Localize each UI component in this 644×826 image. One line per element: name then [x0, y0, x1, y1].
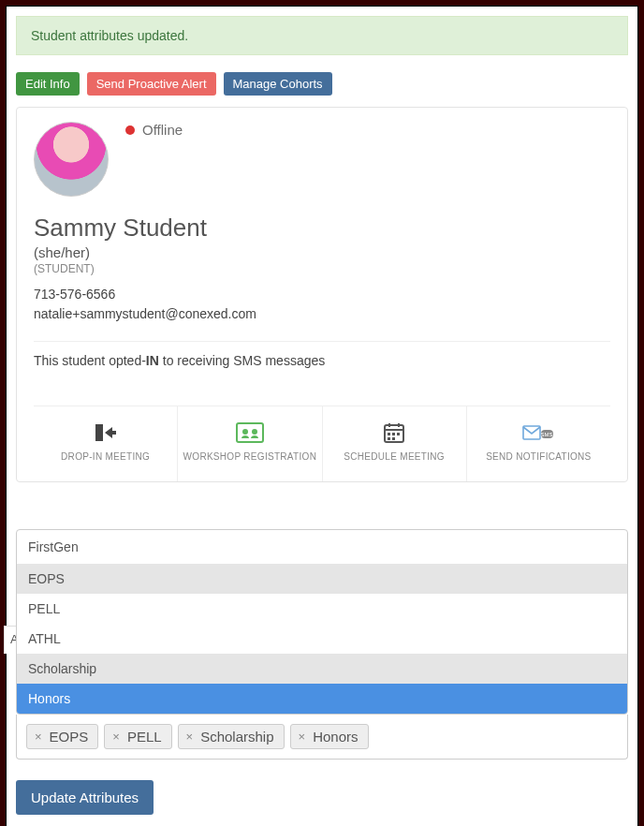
dropdown-option-eops[interactable]: EOPS [17, 564, 627, 594]
tag-eops: ×EOPS [26, 724, 98, 749]
student-name: Sammy Student [34, 214, 610, 243]
remove-tag-icon[interactable]: × [183, 730, 198, 744]
action-button-row: Edit Info Send Proactive Alert Manage Co… [16, 72, 628, 96]
status-indicator: Offline [125, 122, 183, 138]
student-phone: 713-576-6566 [34, 285, 610, 304]
calendar-icon [328, 420, 461, 445]
send-notifications-action[interactable]: SMS SEND NOTIFICATIONS [467, 406, 610, 481]
action-label: SCHEDULE MEETING [328, 450, 461, 463]
remove-tag-icon[interactable]: × [31, 730, 46, 744]
dropdown-option-pell[interactable]: PELL [17, 594, 627, 624]
svg-rect-8 [392, 437, 395, 440]
status-text: Offline [142, 122, 183, 138]
svg-rect-6 [397, 433, 400, 435]
student-pronouns: (she/her) [34, 244, 610, 260]
action-label: WORKSHOP REGISTRATION [183, 450, 316, 463]
student-card: Offline Sammy Student (she/her) (STUDENT… [16, 107, 628, 482]
tag-honors: ×Honors [290, 724, 369, 749]
schedule-meeting-action[interactable]: SCHEDULE MEETING [323, 406, 467, 481]
send-proactive-alert-button[interactable]: Send Proactive Alert [87, 72, 216, 96]
action-label: DROP-IN MEETING [38, 450, 172, 463]
status-dot-icon [125, 125, 135, 135]
remove-tag-icon[interactable]: × [295, 730, 310, 744]
remove-tag-icon[interactable]: × [109, 730, 124, 744]
action-label: SEND NOTIFICATIONS [472, 450, 606, 463]
svg-rect-4 [388, 433, 390, 435]
svg-rect-5 [392, 433, 395, 435]
dropdown-option-scholarship[interactable]: Scholarship [17, 654, 627, 684]
svg-point-1 [242, 429, 248, 435]
success-alert: Student attributes updated. [16, 16, 628, 55]
svg-text:SMS: SMS [541, 432, 553, 437]
dropdown-option-athl[interactable]: ATHL [17, 624, 627, 654]
svg-point-2 [252, 429, 257, 435]
svg-rect-0 [237, 423, 263, 442]
drop-in-icon [38, 420, 172, 445]
selected-attributes: ×EOPS ×PELL ×Scholarship ×Honors [16, 715, 628, 760]
student-role: (STUDENT) [34, 262, 610, 275]
action-grid: DROP-IN MEETING WORKSHOP REGISTRATION SC… [34, 406, 610, 481]
divider [34, 341, 610, 342]
tag-scholarship: ×Scholarship [178, 724, 285, 749]
dropdown-option-honors[interactable]: Honors [17, 684, 627, 714]
edit-info-button[interactable]: Edit Info [16, 72, 80, 96]
notifications-icon: SMS [472, 420, 606, 445]
sms-optin-text: This student opted-IN to receiving SMS m… [34, 353, 610, 368]
workshop-icon [183, 420, 316, 445]
manage-cohorts-button[interactable]: Manage Cohorts [224, 72, 332, 96]
drop-in-meeting-action[interactable]: DROP-IN MEETING [34, 406, 178, 481]
svg-rect-7 [388, 437, 390, 440]
tag-pell: ×PELL [104, 724, 171, 749]
avatar [34, 122, 109, 197]
workshop-registration-action[interactable]: WORKSHOP REGISTRATION [178, 406, 322, 481]
attribute-search-input[interactable]: FirstGen [17, 530, 627, 564]
update-attributes-button[interactable]: Update Attributes [16, 780, 154, 815]
attribute-dropdown[interactable]: FirstGen EOPS PELL ATHL Scholarship Hono… [16, 529, 628, 715]
student-email: natalie+sammystudent@conexed.com [34, 304, 610, 324]
